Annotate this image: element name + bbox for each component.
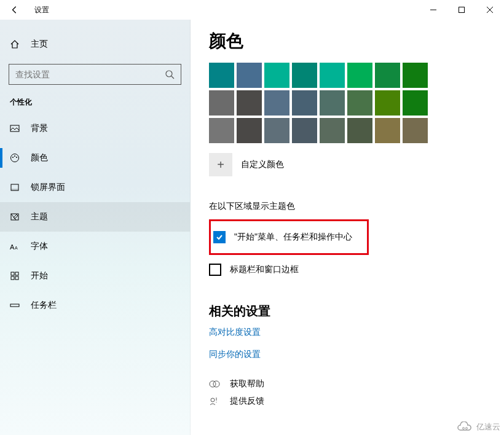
watermark: 亿速云 [455, 421, 500, 433]
close-button[interactable] [476, 0, 504, 20]
svg-rect-6 [10, 125, 19, 131]
svg-rect-18 [11, 276, 14, 280]
link-high-contrast[interactable]: 高对比度设置 [209, 327, 486, 338]
nav-label: 颜色 [31, 152, 48, 163]
color-swatch[interactable] [209, 90, 234, 116]
color-swatch[interactable] [347, 63, 372, 88]
taskbar-icon [10, 300, 20, 310]
svg-point-10 [16, 157, 17, 158]
color-swatches [209, 63, 486, 143]
search-input[interactable] [15, 69, 165, 79]
color-swatch[interactable] [347, 118, 372, 143]
sidebar-item-start[interactable]: 开始 [0, 261, 190, 291]
svg-line-5 [171, 76, 174, 79]
home-label: 主页 [31, 39, 48, 50]
font-icon: AA [10, 241, 20, 251]
nav-label: 主题 [31, 211, 48, 222]
cloud-icon [455, 421, 474, 433]
feedback-icon [209, 396, 220, 407]
svg-rect-16 [11, 272, 14, 275]
picture-icon [10, 123, 20, 133]
svg-point-24 [463, 428, 465, 429]
back-button[interactable] [0, 0, 30, 20]
svg-point-25 [466, 428, 468, 429]
feedback-label: 提供反馈 [230, 396, 264, 407]
sidebar-item-themes[interactable]: 主题 [0, 202, 190, 232]
start-icon [10, 271, 20, 281]
group-label: 个性化 [0, 97, 190, 108]
color-swatch[interactable] [209, 118, 234, 143]
svg-point-23 [211, 398, 215, 402]
color-swatch[interactable] [292, 118, 317, 143]
color-swatch[interactable] [237, 63, 262, 88]
color-swatch[interactable] [264, 90, 289, 116]
nav-label: 字体 [31, 241, 48, 252]
nav-label: 任务栏 [31, 300, 57, 311]
color-swatch[interactable] [320, 118, 345, 143]
svg-text:A: A [10, 243, 15, 251]
color-swatch[interactable] [375, 118, 400, 143]
color-swatch[interactable] [292, 90, 317, 116]
color-swatch[interactable] [237, 118, 262, 143]
svg-rect-17 [15, 272, 18, 275]
svg-rect-19 [15, 276, 18, 280]
color-swatch[interactable] [320, 90, 345, 116]
nav-label: 锁屏界面 [31, 182, 65, 193]
maximize-button[interactable] [447, 0, 476, 20]
related-settings-title: 相关的设置 [209, 303, 486, 319]
sidebar-item-colors[interactable]: 颜色 [0, 143, 190, 173]
minimize-button[interactable] [419, 0, 447, 20]
home-icon [10, 39, 20, 49]
watermark-text: 亿速云 [476, 421, 500, 433]
svg-point-8 [12, 157, 14, 158]
sidebar-item-background[interactable]: 背景 [0, 114, 190, 143]
svg-rect-1 [459, 7, 465, 13]
palette-icon [10, 153, 20, 163]
search-icon [165, 69, 175, 79]
checkbox-titlebars[interactable] [209, 264, 221, 276]
get-help-link[interactable]: 获取帮助 [209, 378, 486, 390]
color-swatch[interactable] [375, 63, 400, 88]
custom-color-label: 自定义颜色 [241, 159, 284, 170]
checkbox-label: "开始"菜单、任务栏和操作中心 [234, 232, 352, 243]
theme-icon [10, 212, 20, 222]
sidebar-item-lockscreen[interactable]: 锁屏界面 [0, 173, 190, 202]
svg-point-4 [166, 71, 172, 77]
sidebar-item-fonts[interactable]: AA 字体 [0, 232, 190, 261]
content: 颜色 + 自定义颜色 在以下区域显示主题色 "开始"菜单、任务栏和操作中心 标题… [191, 20, 504, 435]
color-swatch[interactable] [403, 63, 428, 88]
link-sync-settings[interactable]: 同步你的设置 [209, 349, 486, 360]
search-box[interactable] [9, 64, 181, 85]
color-swatch[interactable] [264, 118, 289, 143]
home-nav[interactable]: 主页 [0, 32, 190, 57]
sidebar: 主页 个性化 背景 颜色 锁屏界面 主题 AA 字体 开始 [0, 20, 191, 435]
svg-point-21 [210, 381, 216, 387]
color-swatch[interactable] [375, 90, 400, 116]
svg-point-9 [14, 155, 15, 157]
svg-text:A: A [15, 246, 18, 250]
nav-label: 开始 [31, 270, 48, 281]
window-title: 设置 [34, 5, 49, 15]
color-swatch[interactable] [403, 90, 428, 116]
color-swatch[interactable] [347, 90, 372, 116]
page-title: 颜色 [209, 29, 486, 53]
checkbox-start-taskbar[interactable] [213, 231, 226, 243]
color-swatch[interactable] [403, 118, 428, 143]
color-swatch[interactable] [320, 63, 345, 88]
color-swatch[interactable] [292, 63, 317, 88]
custom-color-button[interactable]: + [209, 153, 232, 176]
color-swatch[interactable] [237, 90, 262, 116]
feedback-link[interactable]: 提供反馈 [209, 396, 486, 407]
accent-surfaces-label: 在以下区域显示主题色 [209, 201, 486, 212]
svg-point-22 [213, 381, 219, 387]
color-swatch[interactable] [264, 63, 289, 88]
svg-point-7 [11, 154, 19, 162]
help-icon [209, 378, 220, 390]
svg-rect-20 [10, 304, 19, 307]
color-swatch[interactable] [209, 63, 234, 88]
checkbox-label: 标题栏和窗口边框 [230, 264, 299, 275]
svg-rect-12 [11, 189, 18, 190]
lockscreen-icon [10, 182, 20, 192]
help-label: 获取帮助 [230, 378, 264, 390]
sidebar-item-taskbar[interactable]: 任务栏 [0, 291, 190, 320]
